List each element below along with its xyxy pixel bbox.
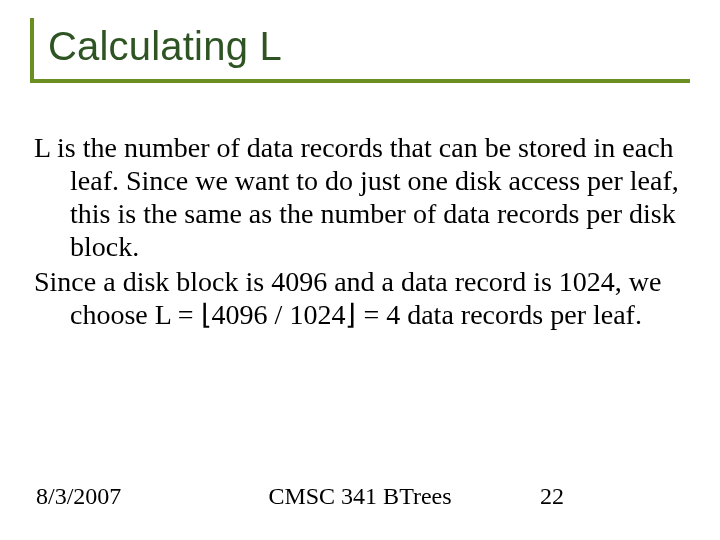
footer-date: 8/3/2007: [36, 483, 121, 510]
slide-footer: 8/3/2007 CMSC 341 BTrees 22: [30, 483, 690, 510]
body-paragraph-2: Since a disk block is 4096 and a data re…: [34, 265, 682, 331]
slide-title: Calculating L: [48, 24, 690, 69]
footer-course: CMSC 341 BTrees: [268, 483, 451, 510]
slide-body: L is the number of data records that can…: [30, 131, 690, 331]
footer-page-number: 22: [540, 483, 564, 510]
title-container: Calculating L: [30, 18, 690, 83]
body-paragraph-1: L is the number of data records that can…: [34, 131, 682, 263]
slide: Calculating L L is the number of data re…: [0, 0, 720, 540]
